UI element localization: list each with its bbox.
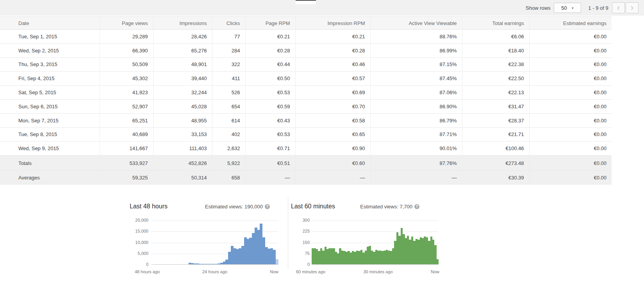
cell-impressions: 452,826 [153,156,212,171]
cell-page_views: 533,927 [100,156,153,171]
next-page-button[interactable]: › [626,2,639,13]
histogram-bar [244,237,247,264]
column-header-date[interactable]: Date [0,17,100,30]
histogram-bar [265,247,268,264]
histogram-bar [228,252,231,264]
chevron-right-icon: › [631,4,633,12]
prev-page-button[interactable]: ‹ [612,2,625,13]
histogram-bar [270,248,273,264]
estimated-views-label: Estimated views: 190,000 [205,204,263,210]
cell-active_view_viewable: 86.99% [370,43,462,57]
cell-date: Tue, Sep 8, 2015 [0,127,100,142]
column-header-impressions[interactable]: Impressions [153,17,212,30]
histogram-bar [191,263,194,264]
rows-per-page-value: 50 [561,5,567,11]
cell-estimated_earnings: €0.00 [529,156,612,171]
x-axis-label: Now [431,269,439,274]
cell-page_views: 52,907 [100,99,153,113]
histogram-bar [268,249,271,264]
table-row: Wed, Sep 2, 201566,39065,276284€0.28€0.2… [0,43,612,57]
active-tab-notch[interactable] [296,0,316,4]
histogram-bar [196,264,199,264]
cell-page_rpm: €0.50 [245,72,295,86]
histogram-bar [225,260,228,264]
cell-clicks: 5,922 [212,156,245,171]
histogram-bar [231,246,234,264]
cell-date: Wed, Sep 9, 2015 [0,142,100,156]
cell-impression_rpm: — [295,171,370,185]
histogram-bar [257,230,260,264]
cell-impressions: 65,276 [153,43,212,57]
y-axis-label: 15,000 [130,229,148,233]
cell-page_rpm: €0.28 [245,43,295,57]
cell-page_rpm: €0.71 [245,142,295,156]
cell-impression_rpm: €0.69 [295,86,370,100]
histogram-bars [152,220,278,264]
column-header-estimated_earnings[interactable]: Estimated earnings [529,17,612,30]
x-axis-label: 24 hours ago [202,269,227,274]
chart-title: Last 60 minutes [291,203,335,210]
axis-baseline [312,264,439,265]
cell-date: Sun, Sep 6, 2015 [0,99,100,113]
cell-active_view_viewable: 87.06% [370,86,462,100]
x-axis-label: 60 minutes ago [296,269,325,274]
histogram-bar [249,238,252,264]
column-header-clicks[interactable]: Clicks [212,17,245,30]
cell-impressions: 111,403 [153,142,212,156]
cell-total_earnings: €22.13 [462,86,529,100]
cell-estimated_earnings: €0.00 [529,142,612,156]
show-rows-label: Show rows [526,5,551,11]
cell-clicks: 614 [212,113,245,127]
cell-impressions: 32,244 [153,86,212,100]
cell-impressions: 45,028 [153,99,212,113]
cell-date: Averages [0,171,100,185]
cell-impression_rpm: €0.21 [295,30,370,44]
header-row: DatePage viewsImpressionsClicksPage RPMI… [0,17,612,30]
y-axis-label: 225 [291,229,310,233]
histogram-bar [260,224,262,264]
help-icon[interactable]: ? [265,204,270,209]
totals-row: Totals533,927452,8265,922€0.51€0.6087.76… [0,156,612,171]
cell-date: Thu, Sep 3, 2015 [0,57,100,72]
cell-page_rpm: €0.59 [245,99,295,113]
chevron-left-icon: ‹ [617,4,620,12]
column-header-total_earnings[interactable]: Total earnings [462,17,529,30]
column-header-impression_rpm[interactable]: Impression RPM [295,17,370,30]
estimated-views-label: Estimated views: 7,700 [360,204,412,210]
column-header-active_view_viewable[interactable]: Active View Viewable [370,17,462,30]
cell-page_rpm: €0.43 [245,113,295,127]
cell-total_earnings: €100.46 [462,142,529,156]
table-row: Sat, Sep 5, 201541,92332,244526€0.53€0.6… [0,86,612,100]
x-axis-labels: 60 minutes ago30 minutes agoNow [296,269,439,274]
cell-page_views: 41,923 [100,86,153,100]
cell-date: Totals [0,156,100,171]
cell-page_views: 141,667 [100,142,153,156]
adsense-report-page: Show rows 50 ▾ 1 - 9 of 9 ‹ › DatePage v… [0,0,644,294]
help-icon[interactable]: ? [414,204,419,209]
histogram-bar [252,233,255,264]
table-row: Mon, Sep 7, 201565,25148,955614€0.43€0.5… [0,113,612,127]
table-row: Sun, Sep 6, 201552,90745,028654€0.59€0.7… [0,99,612,113]
cell-estimated_earnings: €0.00 [529,127,612,142]
column-header-page_views[interactable]: Page views [100,17,153,30]
plot-area [312,220,439,265]
y-axis-label: 20,000 [130,218,148,222]
cell-page_views: 65,251 [100,113,153,127]
rows-per-page-dropdown[interactable]: 50 ▾ [554,3,581,13]
histogram-bar [212,264,215,264]
histogram-bar [276,259,278,264]
cell-page_rpm: €0.53 [245,86,295,100]
cell-clicks: 658 [212,171,245,185]
cell-estimated_earnings: €0.00 [529,171,612,185]
toolbar: Show rows 50 ▾ 1 - 9 of 9 ‹ › [0,0,644,16]
column-header-page_rpm[interactable]: Page RPM [245,17,295,30]
cell-estimated_earnings: €0.00 [529,99,612,113]
cell-impression_rpm: €0.57 [295,72,370,86]
y-axis-label: 0 [291,262,310,267]
cell-impressions: 50,314 [153,171,212,185]
x-axis-label: Now [270,269,278,274]
cell-clicks: 2,632 [212,142,245,156]
estimated-views: Estimated views: 190,000 ? [205,204,270,210]
histogram-bar [273,250,276,264]
y-axis-label: 5,000 [130,251,148,256]
